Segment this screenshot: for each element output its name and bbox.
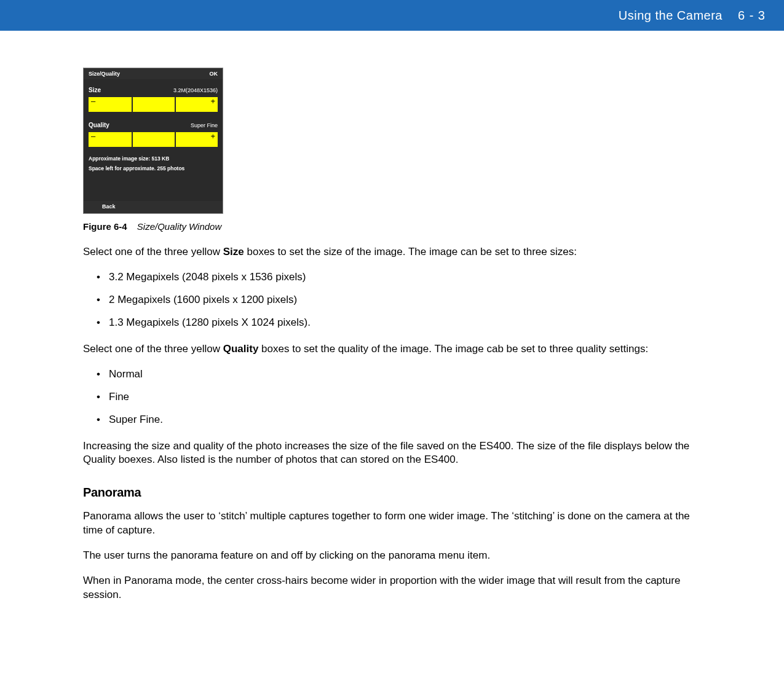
screenshot-titlebar: Size/Quality OK	[84, 68, 223, 79]
screenshot-spacer	[89, 173, 218, 201]
screenshot-info-space: Space left for approximate. 255 photos	[89, 163, 218, 173]
quality-list: Normal Fine Super Fine.	[83, 368, 698, 427]
text-bold: Quality	[223, 343, 259, 355]
slider-separator	[175, 97, 176, 112]
screenshot-quality-value: Super Fine	[191, 122, 218, 128]
size-list: 3.2 Megapixels (2048 pixels x 1536 pixel…	[83, 270, 698, 330]
text: Select one of the three yellow	[83, 246, 223, 258]
screenshot-size-value: 3.2M(2048X1536)	[173, 87, 218, 93]
screenshot-quality-slider: – +	[89, 132, 218, 147]
screenshot-size-slider-fill: – +	[89, 97, 218, 112]
list-item: 3.2 Megapixels (2048 pixels x 1536 pixel…	[109, 270, 698, 285]
paragraph-panorama-toggle: The user turns the panorama feature on a…	[83, 549, 698, 563]
header-title: Using the Camera	[619, 9, 723, 23]
plus-icon: +	[210, 132, 215, 141]
content-area: Size/Quality OK Size 3.2M(2048X1536) – +…	[83, 68, 698, 602]
screenshot-size-quality-window: Size/Quality OK Size 3.2M(2048X1536) – +…	[83, 68, 223, 214]
screenshot-quality-row: Quality Super Fine	[89, 118, 218, 131]
screenshot-size-slider: – +	[89, 97, 218, 112]
panorama-heading: Panorama	[83, 486, 698, 500]
screenshot-body: Size 3.2M(2048X1536) – + Quality Super F…	[84, 79, 223, 201]
list-item: Super Fine.	[109, 413, 698, 427]
text-bold: Size	[223, 246, 244, 258]
header-page-number: 6 - 3	[738, 9, 766, 23]
paragraph-panorama-crosshairs: When in Panorama mode, the center cross-…	[83, 574, 698, 602]
screenshot-ok-button: OK	[210, 71, 218, 77]
list-item: 2 Megapixels (1600 pixels x 1200 pixels)	[109, 293, 698, 307]
screenshot-title: Size/Quality	[89, 71, 120, 77]
paragraph-panorama-intro: Panorama allows the user to ‘stitch’ mul…	[83, 509, 698, 538]
text: Select one of the three yellow	[83, 343, 223, 355]
slider-separator	[132, 97, 133, 112]
minus-icon: –	[91, 97, 95, 106]
screenshot-size-row: Size 3.2M(2048X1536)	[89, 83, 218, 96]
paragraph-quality-intro: Select one of the three yellow Quality b…	[83, 342, 698, 356]
figure-title: Size/Quality Window	[137, 221, 221, 232]
plus-icon: +	[210, 97, 215, 106]
screenshot-quality-slider-fill: – +	[89, 132, 218, 147]
minus-icon: –	[91, 132, 95, 141]
text: boxes to set the size of the image. The …	[244, 246, 577, 258]
text: boxes to set the quality of the image. T…	[258, 343, 648, 355]
slider-separator	[132, 132, 133, 147]
list-item: Fine	[109, 390, 698, 404]
paragraph-size-intro: Select one of the three yellow Size boxe…	[83, 245, 698, 259]
screenshot-info-size: Approximate image size: 513 KB	[89, 153, 218, 163]
screenshot-size-label: Size	[89, 87, 101, 93]
screenshot-back-button: Back	[84, 201, 223, 213]
list-item: Normal	[109, 368, 698, 382]
paragraph-file-size: Increasing the size and quality of the p…	[83, 439, 698, 468]
figure-caption: Figure 6-4 Size/Quality Window	[83, 221, 698, 232]
slider-separator	[175, 132, 176, 147]
page-header: Using the Camera 6 - 3	[0, 0, 784, 31]
list-item: 1.3 Megapixels (1280 pixels X 1024 pixel…	[109, 316, 698, 330]
figure-label: Figure 6-4	[83, 221, 127, 232]
screenshot-quality-label: Quality	[89, 122, 109, 128]
